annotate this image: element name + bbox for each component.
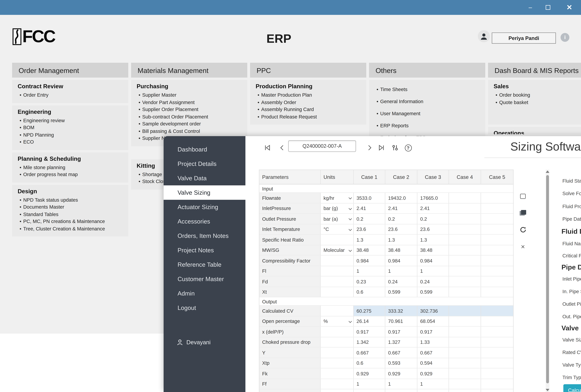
menu-item[interactable]: •BOM xyxy=(18,124,123,131)
clear-icon[interactable]: × xyxy=(519,242,527,250)
scroll-down-icon[interactable] xyxy=(546,389,550,391)
case-5-value[interactable] xyxy=(481,193,513,203)
case-4-value[interactable] xyxy=(449,193,481,203)
menu-item[interactable]: •Bill passing & Cost Control xyxy=(137,127,242,135)
case-5-value[interactable] xyxy=(481,276,513,286)
case-3-value[interactable]: 0.599 xyxy=(418,287,449,297)
copy-icon[interactable] xyxy=(519,192,527,200)
case-3-value[interactable]: 0.984 xyxy=(418,256,449,266)
case-5-value[interactable] xyxy=(481,203,513,213)
case-4-value[interactable] xyxy=(449,235,481,245)
menu-item[interactable]: •Order Entry xyxy=(18,91,123,99)
menu-item[interactable]: •Tree, Cluster Creation & Maintenance xyxy=(18,225,123,232)
menu-item[interactable]: •Sample development order xyxy=(137,120,242,127)
case-2-value[interactable]: 38.48 xyxy=(385,245,418,255)
menu-item[interactable]: •Supplier Master xyxy=(137,91,242,99)
table-scrollbar[interactable] xyxy=(546,170,550,392)
case-2-value[interactable]: 23.6 xyxy=(385,224,418,234)
sidebar-item-dashboard[interactable]: Dashboard xyxy=(164,142,246,157)
sidebar-item-customer-master[interactable]: Customer Master xyxy=(164,272,246,286)
case-1-value[interactable]: 2.41 xyxy=(354,203,385,213)
sidebar-item-logout[interactable]: Logout xyxy=(164,301,246,315)
case-2-value[interactable]: 0.24 xyxy=(385,276,418,286)
case-5-value[interactable] xyxy=(481,245,513,255)
menu-item[interactable]: •NPD Task status updates xyxy=(18,196,123,203)
case-2-value[interactable]: 0.2 xyxy=(385,214,418,224)
sidebar-item-reference-table[interactable]: Reference Table xyxy=(164,257,246,272)
case-2-value[interactable]: 1.3 xyxy=(385,235,418,245)
last-record-icon[interactable] xyxy=(378,144,386,152)
paste-icon[interactable] xyxy=(519,209,527,217)
case-2-value[interactable]: 0.599 xyxy=(385,287,418,297)
sidebar-item-valve-sizing[interactable]: Valve Sizing xyxy=(164,185,246,200)
next-record-icon[interactable] xyxy=(365,144,374,152)
case-3-value[interactable]: 1.3 xyxy=(418,235,449,245)
case-2-value[interactable]: 1 xyxy=(385,266,418,276)
menu-item[interactable]: •Assembly Running Card xyxy=(256,106,361,113)
menu-item[interactable]: •Product Release Request xyxy=(256,113,361,120)
sidebar-item-admin[interactable]: Admin xyxy=(164,286,246,301)
minimize-button[interactable]: – xyxy=(524,0,536,15)
case-4-value[interactable] xyxy=(449,266,481,276)
case-4-value[interactable] xyxy=(449,287,481,297)
unit-select[interactable]: % xyxy=(321,316,354,326)
scroll-up-icon[interactable] xyxy=(546,170,550,173)
maximize-button[interactable] xyxy=(542,0,554,15)
case-2-value[interactable]: 0.984 xyxy=(385,256,418,266)
case-5-value[interactable] xyxy=(481,266,513,276)
calculate-button[interactable]: Calculate xyxy=(563,384,581,392)
case-3-value[interactable]: 1 xyxy=(418,266,449,276)
case-4-value[interactable] xyxy=(449,224,481,234)
close-button[interactable]: ✕ xyxy=(563,0,576,15)
unit-select[interactable]: bar (a) xyxy=(321,214,354,224)
case-4-value[interactable] xyxy=(449,214,481,224)
menu-item[interactable]: •Time Sheets xyxy=(375,83,480,95)
menu-item[interactable]: •General Information xyxy=(375,95,480,107)
help-icon[interactable]: ? xyxy=(404,144,412,152)
scrollbar-thumb[interactable] xyxy=(546,175,549,383)
menu-item[interactable]: •Engineering review xyxy=(18,117,123,124)
case-1-value[interactable]: 1 xyxy=(354,266,385,276)
unit-select[interactable]: °C xyxy=(321,224,354,234)
sidebar-item-project-details[interactable]: Project Details xyxy=(164,157,246,171)
sidebar-item-orders-item-notes[interactable]: Orders, Item Notes xyxy=(164,229,246,243)
unit-select[interactable]: bar (g) xyxy=(321,203,354,213)
menu-item[interactable]: •Quote basket xyxy=(494,99,581,106)
menu-item[interactable]: •Supplier Order Placement xyxy=(137,106,242,113)
menu-item[interactable]: •ECO xyxy=(18,138,123,146)
menu-item[interactable]: •Master Production Plan xyxy=(256,91,361,99)
menu-item[interactable]: •User Management xyxy=(375,107,480,119)
unit-select[interactable]: kg/hr xyxy=(321,193,354,203)
case-3-value[interactable]: 2.41 xyxy=(418,203,449,213)
sidebar-user[interactable]: Devayani xyxy=(176,339,211,346)
case-1-value[interactable]: 0.6 xyxy=(354,287,385,297)
sidebar-item-valve-data[interactable]: Valve Data xyxy=(164,171,246,185)
case-5-value[interactable] xyxy=(481,235,513,245)
case-1-value[interactable]: 0.984 xyxy=(354,256,385,266)
sidebar-item-accessories[interactable]: Accessories xyxy=(164,214,246,229)
case-5-value[interactable] xyxy=(481,256,513,266)
case-1-value[interactable]: 23.6 xyxy=(354,224,385,234)
case-3-value[interactable]: 38.48 xyxy=(418,245,449,255)
case-2-value[interactable]: 19432.0 xyxy=(385,193,418,203)
info-icon[interactable]: i xyxy=(560,33,570,42)
menu-item[interactable]: •Sub-contract Order Placement xyxy=(137,113,242,120)
case-2-value[interactable]: 2.41 xyxy=(385,203,418,213)
case-4-value[interactable] xyxy=(449,276,481,286)
previous-record-icon[interactable] xyxy=(278,144,286,152)
menu-item[interactable]: •Order progress heat map xyxy=(18,171,123,178)
case-3-value[interactable]: 0.2 xyxy=(418,214,449,224)
case-3-value[interactable]: 0.24 xyxy=(418,276,449,286)
case-5-value[interactable] xyxy=(481,287,513,297)
case-5-value[interactable] xyxy=(481,214,513,224)
menu-item[interactable]: •ERP Reports xyxy=(375,119,480,131)
menu-item[interactable]: •Documents Master xyxy=(18,203,123,211)
case-1-value[interactable]: 0.2 xyxy=(354,214,385,224)
case-1-value[interactable]: 1.3 xyxy=(354,235,385,245)
case-3-value[interactable]: 23.6 xyxy=(418,224,449,234)
menu-item[interactable]: •Order booking xyxy=(494,91,581,99)
case-1-value[interactable]: 3533.0 xyxy=(354,193,385,203)
case-1-value[interactable]: 38.48 xyxy=(354,245,385,255)
case-4-value[interactable] xyxy=(449,245,481,255)
menu-item[interactable]: •Vendor Part Assignment xyxy=(137,99,242,106)
